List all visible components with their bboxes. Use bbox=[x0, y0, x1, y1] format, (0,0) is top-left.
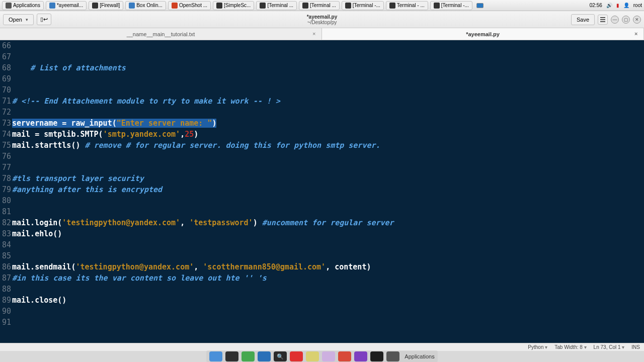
volume-icon[interactable]: 🔊 bbox=[606, 3, 612, 8]
line-number: 80 bbox=[0, 195, 12, 206]
window-icon bbox=[129, 3, 135, 9]
code-content[interactable]: servername = raw_input("Enter server nam… bbox=[12, 118, 216, 129]
taskbar-window[interactable]: OpenShot ... bbox=[168, 1, 211, 10]
dock-terminal-icon[interactable] bbox=[225, 351, 238, 361]
close-button[interactable]: ✕ bbox=[633, 16, 641, 24]
code-line: 72 bbox=[0, 107, 644, 118]
dock-app9-icon[interactable] bbox=[338, 351, 351, 361]
dock-app8-icon[interactable] bbox=[322, 351, 335, 361]
editor-tab[interactable]: __name__main__tutorial.txt× bbox=[0, 28, 322, 40]
line-number: 85 bbox=[0, 250, 12, 261]
line-number: 88 bbox=[0, 284, 12, 295]
line-number: 91 bbox=[0, 317, 12, 328]
dock-label[interactable]: Applications bbox=[403, 353, 434, 359]
line-number: 78 bbox=[0, 173, 12, 184]
code-line: 75mail.starttls() # remove # for regular… bbox=[0, 140, 644, 151]
code-content[interactable]: # <!-- End Attachement module to rty to … bbox=[12, 96, 280, 107]
code-content[interactable]: mail.close() bbox=[12, 295, 66, 306]
workspace-switcher[interactable] bbox=[476, 3, 484, 8]
taskbar-window[interactable]: Box Onlin... bbox=[125, 1, 166, 10]
editor-tab[interactable]: *ayeemail.py× bbox=[322, 28, 644, 40]
taskbar-window[interactable]: [Firewall] bbox=[89, 1, 123, 10]
code-editor[interactable]: 666768 # List of attachments697071# <!--… bbox=[0, 40, 644, 343]
code-line: 84 bbox=[0, 239, 644, 250]
code-line: 73servername = raw_input("Enter server n… bbox=[0, 118, 644, 129]
code-content[interactable]: mail.login('testingpython@yandex.com', '… bbox=[12, 217, 394, 228]
tab-close-icon[interactable]: × bbox=[312, 31, 318, 37]
taskbar-window[interactable]: [Terminal -... bbox=[430, 1, 472, 10]
code-line: 78#tls transport layer security bbox=[0, 173, 644, 184]
dock-app12-icon[interactable] bbox=[386, 351, 399, 361]
taskbar-window[interactable]: [Terminal ... bbox=[299, 1, 340, 10]
code-line: 82mail.login('testingpython@yandex.com',… bbox=[0, 217, 644, 228]
code-line: 81 bbox=[0, 206, 644, 217]
dock-app10-icon[interactable] bbox=[354, 351, 367, 361]
status-lang[interactable]: Python bbox=[528, 344, 547, 350]
code-line: 88 bbox=[0, 284, 644, 295]
window-label: [Terminal -... bbox=[441, 3, 469, 8]
code-content[interactable]: mail.ehlo() bbox=[12, 228, 62, 239]
desktop-taskbar: Applications *ayeemail...[Firewall]Box O… bbox=[0, 0, 644, 11]
dock-app3-icon[interactable] bbox=[242, 351, 255, 361]
taskbar-window[interactable]: [Terminal ... bbox=[256, 1, 297, 10]
dock-app11-icon[interactable] bbox=[370, 351, 383, 361]
doc-title: *ayeemail.py bbox=[307, 14, 338, 20]
line-number: 90 bbox=[0, 306, 12, 317]
line-number: 75 bbox=[0, 140, 12, 151]
taskbar-window[interactable]: Terminal - ... bbox=[386, 1, 428, 10]
dock-app6-icon[interactable] bbox=[290, 351, 303, 361]
code-line: 91 bbox=[0, 317, 644, 328]
window-icon bbox=[345, 3, 351, 9]
code-content[interactable]: #anything after this is encrypted bbox=[12, 184, 162, 195]
save-button[interactable]: Save bbox=[571, 14, 595, 25]
status-cursor[interactable]: Ln 73, Col 1 bbox=[594, 344, 625, 350]
applications-menu[interactable]: Applications bbox=[2, 1, 44, 10]
line-number: 87 bbox=[0, 273, 12, 284]
status-tabwidth[interactable]: Tab Width: 8 bbox=[554, 344, 586, 350]
save-label: Save bbox=[577, 17, 589, 23]
code-content[interactable]: mail.sendmail('testingpython@yandex.com'… bbox=[12, 261, 371, 273]
line-number: 71 bbox=[0, 96, 12, 107]
line-number: 70 bbox=[0, 84, 12, 96]
applications-label: Applications bbox=[13, 3, 40, 8]
code-line: 69 bbox=[0, 73, 644, 84]
window-icon bbox=[389, 3, 395, 9]
code-line: 70 bbox=[0, 84, 644, 96]
tab-close-icon[interactable]: × bbox=[634, 31, 640, 37]
code-content[interactable]: # List of attachments bbox=[12, 62, 126, 73]
taskbar-window[interactable]: *ayeemail... bbox=[46, 1, 87, 10]
maximize-button[interactable]: ▢ bbox=[622, 16, 630, 24]
minimize-button[interactable]: — bbox=[611, 16, 619, 24]
open-button[interactable]: Open bbox=[3, 14, 34, 25]
line-number: 74 bbox=[0, 129, 12, 140]
code-line: 66 bbox=[0, 40, 644, 51]
window-label: *ayeemail... bbox=[57, 3, 83, 8]
hamburger-menu[interactable] bbox=[598, 15, 608, 25]
code-line: 79#anything after this is encrypted bbox=[0, 184, 644, 195]
line-number: 77 bbox=[0, 162, 12, 173]
window-icon bbox=[216, 3, 222, 9]
taskbar-window[interactable]: [SimpleSc... bbox=[213, 1, 254, 10]
line-number: 69 bbox=[0, 73, 12, 84]
dock-app7-icon[interactable] bbox=[306, 351, 319, 361]
network-icon[interactable]: ▮ bbox=[616, 3, 619, 8]
code-content[interactable]: #in this case its the var content so lea… bbox=[12, 273, 267, 284]
code-line: 85 bbox=[0, 250, 644, 261]
code-content[interactable]: mail = smtplib.SMTP('smtp.yandex.com',25… bbox=[12, 129, 198, 140]
dock-search-icon[interactable]: 🔍 bbox=[274, 351, 287, 361]
dock-files-icon[interactable] bbox=[209, 351, 222, 361]
dock-app4-icon[interactable] bbox=[258, 351, 271, 361]
code-line: 86mail.sendmail('testingpython@yandex.co… bbox=[0, 261, 644, 273]
line-number: 72 bbox=[0, 107, 12, 118]
code-content[interactable]: mail.starttls() # remove # for regular s… bbox=[12, 140, 380, 151]
line-number: 83 bbox=[0, 228, 12, 239]
user-icon[interactable]: 👤 bbox=[623, 3, 629, 8]
code-content[interactable]: #tls transport layer security bbox=[12, 173, 144, 184]
tray: 02:56 🔊 ▮ 👤 root bbox=[590, 3, 642, 8]
line-number: 73 bbox=[0, 118, 12, 129]
line-number: 76 bbox=[0, 151, 12, 162]
editor-tabs: __name__main__tutorial.txt×*ayeemail.py× bbox=[0, 28, 644, 40]
open-label: Open bbox=[9, 17, 22, 23]
recent-button[interactable]: ▯↩ bbox=[37, 14, 51, 25]
taskbar-window[interactable]: [Terminal -... bbox=[342, 1, 384, 10]
